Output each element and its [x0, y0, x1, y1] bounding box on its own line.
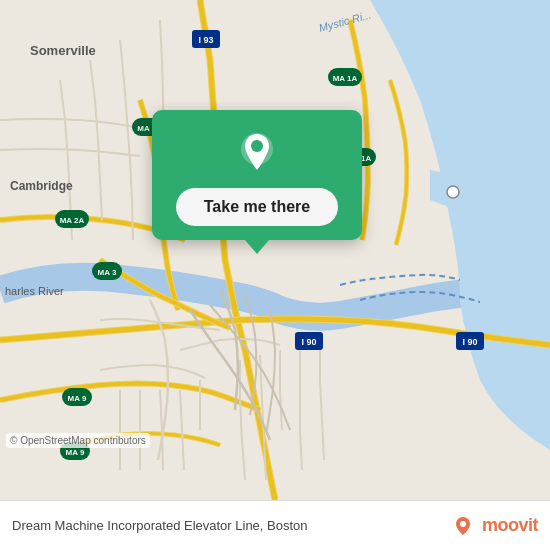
- route-label: Dream Machine Incorporated Elevator Line…: [12, 518, 446, 533]
- bottom-bar: Dream Machine Incorporated Elevator Line…: [0, 500, 550, 550]
- svg-text:I 90: I 90: [462, 337, 477, 347]
- map-container: I 93 MA 28 MA 2A MA 3 MA 1A MA 1A I 90 I…: [0, 0, 550, 500]
- svg-text:MA 9: MA 9: [68, 394, 87, 403]
- map-attribution: © OpenStreetMap contributors: [6, 433, 150, 448]
- svg-point-27: [251, 140, 263, 152]
- svg-text:Somerville: Somerville: [30, 43, 96, 58]
- svg-text:MA 1A: MA 1A: [333, 74, 358, 83]
- route-info: Dream Machine Incorporated Elevator Line…: [12, 515, 474, 537]
- svg-text:MA 2A: MA 2A: [60, 216, 85, 225]
- popup-card: Take me there: [152, 110, 362, 240]
- svg-point-25: [447, 186, 459, 198]
- svg-text:I 90: I 90: [301, 337, 316, 347]
- svg-text:Cambridge: Cambridge: [10, 179, 73, 193]
- moovit-logo: moovit: [482, 515, 538, 536]
- svg-text:harles River: harles River: [5, 285, 64, 297]
- location-pin-icon: [233, 128, 281, 176]
- take-me-there-button[interactable]: Take me there: [176, 188, 338, 226]
- svg-text:MA 9: MA 9: [66, 448, 85, 457]
- destination-pin-icon: [452, 515, 474, 537]
- svg-text:I 93: I 93: [198, 35, 213, 45]
- moovit-brand-text: moovit: [482, 515, 538, 536]
- svg-text:MA 3: MA 3: [98, 268, 117, 277]
- svg-point-28: [460, 521, 466, 527]
